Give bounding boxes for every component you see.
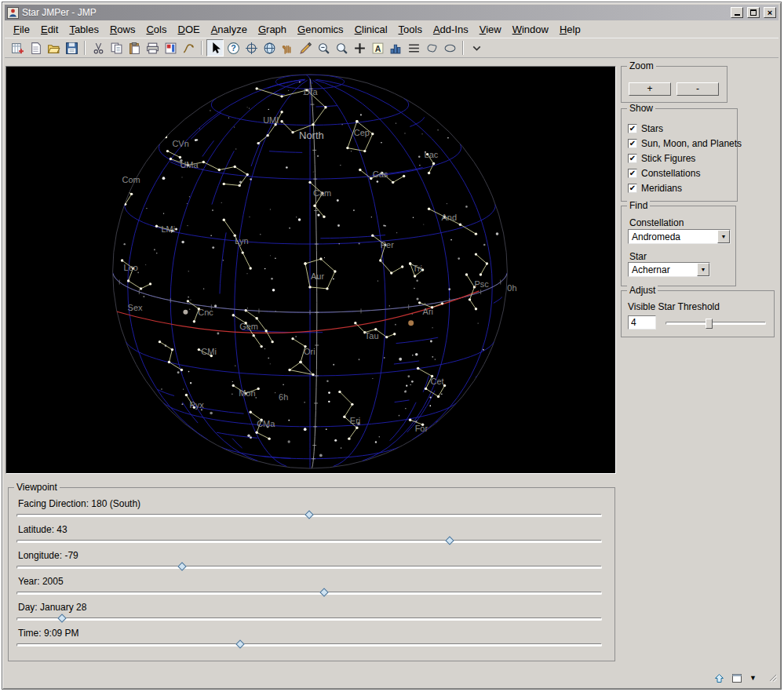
latitude-slider-thumb[interactable]	[445, 536, 454, 544]
facing-direction-slider[interactable]	[16, 514, 602, 517]
plus-icon[interactable]	[351, 39, 368, 56]
stick-figures-row: ✔Stick Figures	[628, 151, 731, 166]
up-arrow-icon[interactable]	[714, 673, 724, 683]
menu-cols[interactable]: Cols	[140, 22, 172, 37]
show-options: ✔Stars✔Sun, Moon, and Planets✔Stick Figu…	[628, 121, 731, 195]
svg-text:North: North	[299, 129, 324, 141]
menu-graph[interactable]: Graph	[253, 22, 292, 37]
new-journal-icon[interactable]	[27, 39, 44, 56]
svg-text:0h: 0h	[507, 283, 516, 293]
histogram-icon[interactable]	[387, 39, 404, 56]
parallel-lines-icon[interactable]	[405, 39, 422, 56]
menu-clinical[interactable]: Clinical	[349, 22, 393, 37]
menu-analyze[interactable]: Analyze	[206, 22, 253, 37]
brush-icon[interactable]	[297, 39, 314, 56]
meridians-label: Meridians	[641, 183, 682, 194]
constellations-label: Constellations	[641, 168, 700, 179]
stars-row: ✔Stars	[628, 121, 731, 136]
longitude-value-label: Longitude: -79	[16, 550, 607, 562]
menu-file[interactable]: File	[8, 22, 35, 37]
annotate-icon[interactable]: A	[369, 39, 386, 56]
zoom-group: Zoom + -	[621, 66, 727, 103]
menu-edit[interactable]: Edit	[35, 22, 64, 37]
titlebar[interactable]: Star JMPer - JMP ×	[5, 5, 779, 20]
threshold-slider-thumb[interactable]	[706, 319, 713, 329]
menu-view[interactable]: View	[474, 22, 507, 37]
svg-text:Eri: Eri	[350, 416, 360, 425]
layout-icon[interactable]	[162, 39, 179, 56]
adjust-group-title: Adjust	[627, 285, 658, 296]
magnifier-minus-icon[interactable]	[315, 39, 332, 56]
threshold-slider[interactable]	[665, 322, 766, 325]
constellations-checkbox[interactable]: ✔	[628, 169, 637, 178]
oval-icon[interactable]	[441, 39, 458, 56]
select-arrow-icon[interactable]	[206, 39, 224, 56]
hand-icon[interactable]	[279, 39, 296, 56]
facing-direction-slider-thumb[interactable]	[304, 510, 313, 519]
stick-figures-checkbox[interactable]: ✔	[628, 154, 637, 163]
viewpoint-group-title: Viewpoint	[14, 482, 60, 493]
close-button[interactable]: ×	[764, 7, 776, 18]
svg-text:UMa: UMa	[180, 161, 199, 170]
show-group: Show ✔Stars✔Sun, Moon, and Planets✔Stick…	[621, 108, 738, 202]
main-area: DraUMINorthCepCVnLacUMaCasComCamAndLMiLy…	[5, 58, 779, 687]
time-slider[interactable]	[16, 643, 602, 646]
menu-doe[interactable]: DOE	[172, 22, 205, 37]
year-slider[interactable]	[16, 592, 602, 595]
chevron-down-icon[interactable]: ▼	[697, 263, 709, 276]
overflow-caret-icon[interactable]	[468, 39, 485, 56]
threshold-label: Visible Star Threshold	[628, 301, 720, 312]
dropdown-caret-icon[interactable]: ▼	[749, 674, 757, 682]
zoom-in-button[interactable]: +	[629, 82, 671, 96]
menu-genomics[interactable]: Genomics	[292, 22, 349, 37]
menu-rows[interactable]: Rows	[104, 22, 141, 37]
latitude-value-label: Latitude: 43	[16, 524, 607, 536]
constellation-value: Andromeda	[629, 230, 717, 243]
copy-icon[interactable]	[108, 39, 125, 56]
minimize-button[interactable]	[731, 7, 743, 18]
stars-checkbox[interactable]: ✔	[628, 124, 637, 133]
chevron-down-icon[interactable]: ▼	[717, 230, 730, 243]
year-row: Year: 2005	[16, 576, 607, 602]
longitude-slider[interactable]	[16, 566, 602, 569]
cut-icon[interactable]	[89, 39, 107, 56]
latitude-slider[interactable]	[16, 540, 602, 543]
day-value-label: Day: January 28	[16, 602, 607, 614]
blob-icon[interactable]	[423, 39, 440, 56]
paste-icon[interactable]	[126, 39, 143, 56]
year-slider-thumb[interactable]	[319, 588, 328, 596]
sun-moon-and-planets-checkbox[interactable]: ✔	[628, 139, 637, 148]
window-title: Star JMPer - JMP	[22, 7, 727, 18]
script-icon[interactable]	[180, 39, 197, 56]
star-dropdown[interactable]: Achernar ▼	[628, 262, 710, 277]
constellation-dropdown[interactable]: Andromeda ▼	[628, 229, 731, 244]
svg-text:Dra: Dra	[304, 87, 319, 97]
day-slider[interactable]	[16, 617, 602, 621]
menu-help[interactable]: Help	[554, 22, 586, 37]
window-panel-icon[interactable]	[732, 674, 742, 683]
threshold-input[interactable]	[628, 315, 656, 330]
magnifier-icon[interactable]	[333, 39, 350, 56]
menu-add-ins[interactable]: Add-Ins	[428, 22, 474, 37]
day-slider-thumb[interactable]	[58, 614, 67, 622]
time-slider-thumb[interactable]	[235, 639, 244, 648]
longitude-slider-thumb[interactable]	[177, 562, 186, 570]
svg-text:UMI: UMI	[263, 115, 279, 125]
resize-grip[interactable]	[768, 672, 778, 686]
open-icon[interactable]	[45, 39, 62, 56]
menu-window[interactable]: Window	[507, 22, 554, 37]
print-icon[interactable]	[144, 39, 161, 56]
globe-icon[interactable]	[261, 39, 278, 56]
zoom-group-title: Zoom	[627, 60, 656, 71]
help-icon[interactable]: ?	[224, 39, 242, 56]
app-window: Star JMPer - JMP × FileEditTablesRowsCol…	[2, 2, 782, 690]
menu-tables[interactable]: Tables	[64, 22, 104, 37]
maximize-button[interactable]	[747, 7, 760, 18]
menu-tools[interactable]: Tools	[393, 22, 428, 37]
meridians-checkbox[interactable]: ✔	[628, 184, 637, 193]
save-icon[interactable]	[63, 39, 80, 56]
new-data-table-icon[interactable]	[9, 39, 26, 56]
zoom-out-button[interactable]: -	[676, 82, 719, 96]
crosshair-icon[interactable]	[242, 39, 260, 56]
star-map-canvas[interactable]: DraUMINorthCepCVnLacUMaCasComCamAndLMiLy…	[5, 66, 616, 474]
